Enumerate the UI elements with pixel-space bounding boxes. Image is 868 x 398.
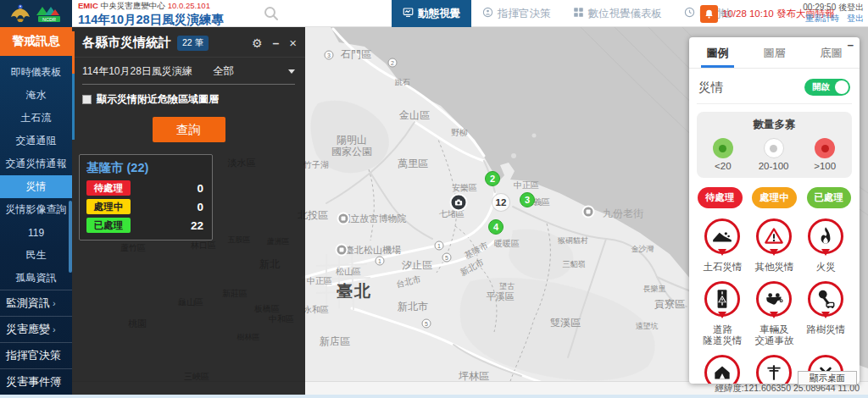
search-icon[interactable] <box>263 5 280 22</box>
legend-icon-utility-pole[interactable] <box>748 355 800 384</box>
event-title: 114年10月28日風災演練專 <box>78 12 224 28</box>
warning-icon <box>756 218 792 254</box>
quantity-title: 數量多寡 <box>700 118 849 132</box>
museum-poi-icon <box>337 213 350 225</box>
stats-panel: 各縣市災情統計 22 筆 ⚙ – × 114年10月28日風災演練 全部 顯示災… <box>72 27 305 398</box>
quantity-label: 20-100 <box>759 161 789 171</box>
sidebar-item-災情[interactable]: 災情 <box>0 175 72 198</box>
header-tab-label: 動態視覺 <box>418 7 460 21</box>
toggle-knob <box>835 80 849 94</box>
logo-block[interactable]: NCDR <box>0 0 72 27</box>
legend-icon-label: 車輛及 交通事故 <box>754 324 793 346</box>
quantity-dot-icon <box>713 138 733 158</box>
route-shield-icon: 1 <box>435 241 444 251</box>
quantity-dot-icon <box>815 138 835 158</box>
legend-minimize-icon[interactable]: − <box>847 39 854 52</box>
legend-icon-road-tunnel[interactable]: 道路 隧道災情 <box>697 281 748 346</box>
close-icon[interactable]: × <box>289 36 297 50</box>
alarm-bell-icon[interactable] <box>700 5 718 23</box>
incident-icon-grid: 土石災情其他災情火災道路 隧道災情車輛及 交通事故路樹災情 <box>697 218 852 384</box>
divider <box>72 57 305 58</box>
sidebar-items: 即時儀表板淹水土石流交通通阻交通災情通報災情災情影像查詢119民生孤島資訊 <box>0 61 72 290</box>
taskbar-edge <box>0 395 868 398</box>
sidebar-item-alert-messages[interactable]: 警戒訊息 <box>0 27 72 56</box>
legend-icon-fire[interactable]: 火災 <box>800 218 852 273</box>
layer-toggle[interactable]: 開啟 <box>804 79 850 96</box>
cluster-marker[interactable]: 12 <box>492 193 510 212</box>
danger-layer-checkbox-row[interactable]: 顯示災情附近危險區域圖層 <box>82 92 295 107</box>
road-tunnel-icon <box>704 281 740 317</box>
query-button[interactable]: 查詢 <box>153 117 225 142</box>
legend-tab-圖層[interactable]: 圖層 <box>746 37 803 68</box>
reset-timer-link[interactable]: 重新計時 <box>805 14 839 23</box>
vehicle-accident-icon <box>756 281 792 317</box>
sidebar-section-label: 災害應變 <box>6 322 50 337</box>
stat-value: 22 <box>191 219 205 232</box>
sidebar-item-交通通阻[interactable]: 交通通阻 <box>0 130 72 152</box>
status-pill-待處理: 待處理 <box>698 187 743 208</box>
header-tab-動態視覺[interactable]: 動態視覺 <box>392 0 471 27</box>
legend-tab-圖例[interactable]: 圖例 <box>689 37 746 68</box>
legend-icon-warning[interactable]: 其他災情 <box>748 218 800 273</box>
monitor-icon <box>403 7 414 20</box>
sidebar-item-119[interactable]: 119 <box>0 221 72 244</box>
top-header: NCDR EMIC中央災害應變中心10.0.25.101 114年10月28日風… <box>0 0 868 27</box>
sidebar-item-土石流[interactable]: 土石流 <box>0 107 72 130</box>
status-pill-已處理: 已處理 <box>807 187 852 208</box>
sidebar-item-即時儀表板[interactable]: 即時儀表板 <box>0 61 72 84</box>
chevron-right-icon: › <box>53 324 56 334</box>
sidebar-nav: 警戒訊息 即時儀表板淹水土石流交通通阻交通災情通報災情災情影像查詢119民生孤島… <box>0 27 72 398</box>
oldstreet-poi-icon <box>582 206 595 218</box>
logout-link[interactable]: 登出 <box>847 14 864 23</box>
header-tab-數位視覺儀表板[interactable]: 數位視覺儀表板 <box>562 0 674 27</box>
svg-text:NCDR: NCDR <box>42 17 56 22</box>
sidebar-item-災情影像查詢[interactable]: 災情影像查詢 <box>0 198 72 221</box>
legend-icon-label: 路樹災情 <box>806 324 845 335</box>
event-select[interactable]: 114年10月28日風災演練 <box>82 64 203 79</box>
quantity-dot-core <box>821 145 829 152</box>
app-window: NCDR EMIC中央災害應變中心10.0.25.101 114年10月28日風… <box>0 0 868 398</box>
incident-marker-4[interactable]: 4 <box>488 219 504 235</box>
sidebar-section-災害應變[interactable]: 災害應變› <box>0 316 72 342</box>
gear-icon[interactable]: ⚙ <box>252 36 263 50</box>
legend-icon-rockslide[interactable]: 土石災情 <box>697 218 748 273</box>
event-select-row[interactable]: 114年10月28日風災演練 全部 <box>82 64 295 85</box>
city-name[interactable]: 基隆市 <box>86 161 124 174</box>
legend-icon-vehicle-accident[interactable]: 車輛及 交通事故 <box>748 281 800 346</box>
legend-icon-road-tree[interactable]: 路樹災情 <box>800 281 852 346</box>
session-timer: 00:29:50 後登出 <box>800 2 864 13</box>
header-tab-label: 指揮官決策 <box>498 7 551 21</box>
sidebar-section-指揮官決策[interactable]: 指揮官決策 <box>0 342 72 368</box>
header-tab-指揮官決策[interactable]: 指揮官決策 <box>471 0 562 27</box>
sidebar-item-孤島資訊[interactable]: 孤島資訊 <box>0 267 72 290</box>
show-desktop-tooltip[interactable]: 顯示桌面 <box>798 371 857 385</box>
sidebar-sections: 監測資訊›災害應變›指揮官決策災害事件簿 <box>0 290 72 395</box>
city-count: (22) <box>127 161 149 174</box>
filter-select[interactable]: 全部 <box>213 64 288 79</box>
sidebar-item-交通災情通報[interactable]: 交通災情通報 <box>0 152 72 175</box>
quantity-label: >100 <box>814 161 836 171</box>
sidebar-item-民生[interactable]: 民生 <box>0 244 72 267</box>
quantity-dot-icon <box>764 138 784 158</box>
sidebar-scrollbar[interactable] <box>69 201 72 273</box>
quantity-label: <20 <box>715 161 732 171</box>
stat-value: 0 <box>197 182 205 195</box>
route-shield-icon: 2 <box>388 58 398 68</box>
legend-icon-house-collapse[interactable] <box>697 355 748 384</box>
stat-chip-待處理: 待處理 <box>86 180 131 196</box>
checkbox-icon[interactable] <box>82 95 92 104</box>
stats-panel-title: 各縣市災情統計 <box>82 35 171 51</box>
sidebar-section-監測資訊[interactable]: 監測資訊› <box>0 290 72 316</box>
incident-marker-2[interactable]: 2 <box>485 171 500 186</box>
route-shield-icon: 1 <box>376 257 385 266</box>
sidebar-section-label: 災害事件簿 <box>6 374 61 390</box>
dashboard-icon <box>573 7 584 20</box>
header-tabs: 動態視覺指揮官決策數位視覺儀表板時間軸 <box>392 0 743 27</box>
sidebar-section-災害事件簿[interactable]: 災害事件簿 <box>0 368 72 395</box>
minimize-icon[interactable]: – <box>272 36 279 50</box>
incident-marker-3[interactable]: 3 <box>520 192 535 207</box>
legend-icon-label: 土石災情 <box>703 262 742 273</box>
sidebar-item-淹水[interactable]: 淹水 <box>0 84 72 107</box>
incident-photo-marker[interactable] <box>450 194 468 212</box>
rockslide-icon <box>704 218 740 254</box>
